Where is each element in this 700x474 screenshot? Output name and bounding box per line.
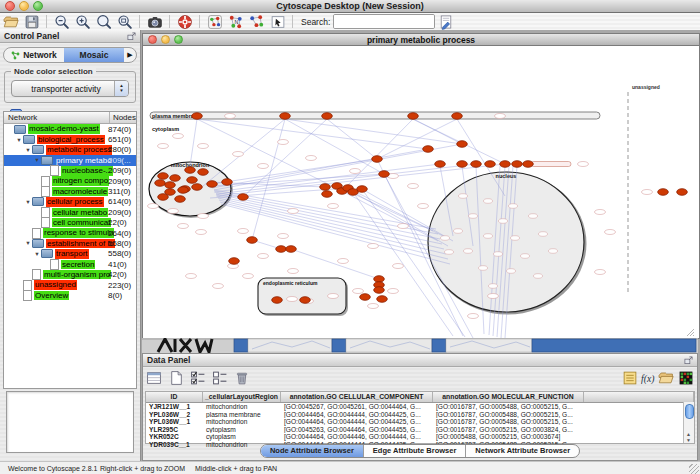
zoom-fit-icon[interactable] — [117, 14, 133, 30]
unselect-all-attributes-icon[interactable] — [212, 370, 228, 386]
attribute-select-icon[interactable] — [146, 370, 162, 386]
nucleus-node[interactable] — [539, 232, 548, 237]
table-row[interactable]: YPL036W__1mitochondrion[GO:0044464, GO:0… — [146, 418, 694, 426]
zoom-actual-icon[interactable] — [96, 14, 112, 30]
network-node[interactable] — [423, 146, 434, 153]
network-node[interactable] — [207, 181, 218, 188]
node-color-dropdown[interactable]: transporter activity ▲▼ — [11, 80, 129, 97]
network-node[interactable] — [185, 167, 196, 174]
network-node[interactable] — [677, 189, 688, 196]
tab-network[interactable]: Network — [4, 48, 64, 62]
nucleus-node[interactable] — [549, 249, 558, 254]
select-all-attributes-icon[interactable] — [190, 370, 206, 386]
background-window-titlebar[interactable] — [532, 339, 696, 352]
float-panel-icon[interactable] — [684, 356, 693, 365]
open-file-icon[interactable] — [3, 14, 19, 30]
expand-arrow-icon[interactable]: ▼ — [24, 240, 32, 246]
network-node[interactable] — [170, 175, 181, 182]
network-node[interactable] — [523, 161, 534, 168]
network-node[interactable] — [379, 171, 390, 178]
network-node[interactable] — [187, 177, 198, 184]
window-resize-grip[interactable] — [689, 464, 699, 474]
network-node[interactable] — [374, 287, 385, 294]
snapshot-camera-icon[interactable] — [147, 14, 163, 30]
network-node[interactable] — [192, 184, 203, 191]
network-node[interactable] — [408, 113, 419, 120]
tree-row[interactable]: response to stimulu264(0) — [4, 228, 136, 238]
nucleus-node[interactable] — [445, 250, 454, 255]
import-attributes-icon[interactable] — [658, 370, 674, 386]
network-node[interactable] — [357, 186, 368, 193]
network-node[interactable] — [155, 180, 166, 187]
nucleus-node[interactable] — [489, 284, 498, 289]
table-row[interactable]: YKR052Ccytoplasm[GO:0044464, GO:0044446,… — [146, 433, 694, 441]
nucleus-node[interactable] — [459, 194, 468, 199]
tab-network-attribute-browser[interactable]: Network Attribute Browser — [466, 445, 579, 457]
birdseye-view[interactable] — [6, 391, 134, 453]
annotation-select-icon[interactable] — [270, 14, 286, 30]
network-node[interactable] — [457, 161, 468, 168]
network-node[interactable] — [247, 237, 258, 244]
expand-arrow-icon[interactable]: ▼ — [33, 251, 41, 257]
tree-row[interactable]: nucleobase-...209(0) — [4, 166, 136, 176]
table-scrollbar[interactable]: ▲▼ — [683, 402, 694, 443]
tree-row[interactable]: Overview8(0) — [4, 290, 136, 300]
network-node[interactable] — [238, 194, 249, 201]
expand-arrow-icon[interactable]: ▼ — [24, 147, 32, 153]
network-node[interactable] — [500, 161, 511, 168]
tree-row[interactable]: secretion41(0) — [4, 259, 136, 269]
tree-row[interactable]: macromolecule311(0) — [4, 186, 136, 196]
tree-row[interactable]: ▼transport558(0) — [4, 249, 136, 259]
expand-arrow-icon[interactable]: ▼ — [24, 199, 32, 205]
network-node[interactable] — [322, 191, 333, 198]
nucleus-node[interactable] — [484, 199, 493, 204]
delete-attribute-icon[interactable] — [234, 370, 250, 386]
scrollbar-thumb[interactable] — [685, 404, 694, 419]
column-layout-region[interactable]: _cellularLayoutRegion — [203, 392, 281, 402]
tree-row[interactable]: ▼cellular process614(0) — [4, 197, 136, 207]
tree-row[interactable]: nitrogen compo209(0) — [4, 176, 136, 186]
nucleus-node[interactable] — [534, 274, 543, 279]
network-node[interactable] — [658, 189, 669, 196]
tree-row[interactable]: ▼biological_process651(0) — [4, 134, 136, 144]
network-node[interactable] — [435, 161, 446, 168]
column-id[interactable]: ID — [146, 392, 203, 402]
expand-arrow-icon[interactable]: ▼ — [33, 157, 41, 163]
nucleus-node[interactable] — [441, 236, 450, 241]
network-node[interactable] — [457, 141, 468, 148]
tree-row[interactable]: mosaic-demo-yeast874(0) — [4, 124, 136, 134]
tree-row[interactable]: ▼primary metabo209(... — [4, 155, 136, 165]
tree-row[interactable]: ▼establishment of lo558(0) — [4, 238, 136, 248]
nucleus-node[interactable] — [511, 236, 520, 241]
network-node[interactable] — [222, 179, 233, 186]
network-node[interactable] — [198, 169, 209, 176]
tree-row[interactable]: multi-organism pro42(0) — [4, 269, 136, 279]
network-node[interactable] — [322, 113, 333, 120]
label-position-icon[interactable] — [622, 370, 638, 386]
network-node[interactable] — [158, 173, 169, 180]
tab-node-attribute-browser[interactable]: Node Attribute Browser — [261, 445, 364, 457]
tree-row[interactable]: ▼metabolic process280(0) — [4, 145, 136, 155]
new-network-from-selection-nodes-icon[interactable]: N — [228, 14, 244, 30]
expand-arrow-icon[interactable]: ▼ — [15, 137, 23, 143]
network-node[interactable] — [280, 113, 291, 120]
network-node[interactable] — [229, 258, 240, 265]
column-network[interactable]: Network — [4, 112, 110, 123]
network-node[interactable] — [276, 246, 287, 253]
nucleus-node[interactable] — [494, 252, 503, 257]
tree-row[interactable]: cell communicat22(0) — [4, 218, 136, 228]
search-input[interactable] — [334, 15, 435, 28]
nucleus-node[interactable] — [464, 249, 473, 254]
network-node[interactable] — [286, 246, 297, 253]
background-window-titlebar[interactable] — [332, 339, 346, 352]
network-canvas[interactable]: plasma membrane cytoplasm mitochondrion … — [143, 46, 697, 338]
zoom-in-icon[interactable] — [75, 14, 91, 30]
background-window-titlebar[interactable] — [234, 339, 248, 352]
network-node[interactable] — [471, 161, 482, 168]
table-row[interactable]: YPL036W__2plasma membrane[GO:0044464, GO… — [146, 411, 694, 419]
nucleus-node[interactable] — [521, 254, 530, 259]
nucleus-node[interactable] — [499, 219, 508, 224]
network-overview-icon[interactable] — [207, 14, 223, 30]
create-attribute-icon[interactable] — [168, 370, 184, 386]
column-molecular-function[interactable]: annotation.GO MOLECULAR_FUNCTION — [433, 392, 584, 402]
